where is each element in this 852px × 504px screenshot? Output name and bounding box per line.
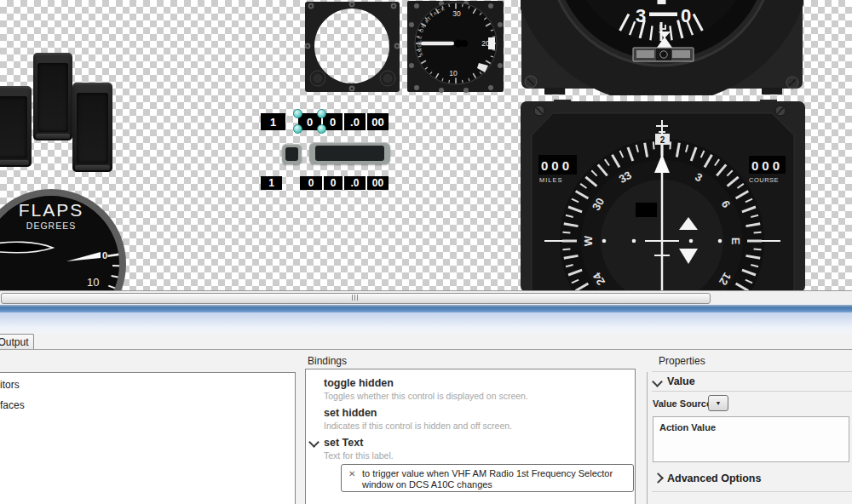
dropdown-arrow-icon: ▼: [716, 400, 722, 406]
aoa-gauge[interactable]: ANGLE OF ATTACK 30 20 10: [406, 0, 504, 94]
heading-indicator[interactable]: 3 0: [521, 0, 803, 95]
hdg-digit-3: 3: [636, 5, 646, 26]
flaps-gauge[interactable]: FLAPS DEGREES 0 10: [0, 182, 139, 290]
hdg-foot-left: [544, 88, 565, 94]
binding-item-set-hidden[interactable]: set hidden: [324, 407, 377, 419]
flaps-subtitle: DEGREES: [26, 220, 76, 231]
hsi-gauge[interactable]: 33 3 30 6 W E 24 12 000 MILES 000 COURSE…: [521, 100, 805, 291]
binding-item-desc: Toggles whether this control is displaye…: [324, 391, 528, 401]
bezel-knob-right-cap: [383, 74, 393, 83]
explorer-panel[interactable]: itors faces: [0, 372, 296, 504]
display-placeholder-large[interactable]: [309, 142, 390, 164]
switch-well: [37, 63, 68, 132]
value-source-dropdown[interactable]: ▼: [708, 395, 728, 411]
indicator-placeholder-small[interactable]: [282, 144, 302, 164]
binding-entry-text: to trigger value when VHF AM Radio 1st F…: [362, 468, 631, 490]
divider: [652, 371, 852, 372]
flaps-title: FLAPS: [19, 200, 84, 220]
selection-handle-top-right[interactable]: [317, 109, 326, 118]
digit-cell[interactable]: 0: [300, 176, 322, 190]
hdg-top-marker: [658, 0, 666, 4]
counter-top-prefix[interactable]: 1: [261, 113, 285, 130]
digit-cell[interactable]: 0: [322, 176, 343, 190]
digit-cell[interactable]: 00: [366, 113, 389, 130]
hdg-foot-right: [762, 88, 782, 94]
hdg-digit-0: 0: [681, 5, 691, 26]
switch-well: [77, 93, 108, 163]
blank-bezel-gauge[interactable]: [303, 0, 401, 94]
binding-item-desc: Text for this label.: [324, 450, 394, 461]
digit-cell[interactable]: 00: [366, 176, 389, 190]
selection-handle-bottom-left[interactable]: [293, 124, 302, 134]
design-canvas[interactable]: FLAPS DEGREES 0 10: [0, 0, 852, 291]
hsi-course-label: COURSE: [749, 176, 779, 184]
advanced-options-header[interactable]: Advanced Options: [667, 472, 761, 484]
svg-text:E: E: [729, 238, 742, 245]
flaps-tick-0: 0: [102, 250, 107, 261]
tabstrip-divider: [0, 349, 852, 350]
aoa-index-marker: [488, 37, 495, 49]
horizontal-scrollbar[interactable]: [0, 291, 852, 304]
value-section-header[interactable]: Value: [667, 375, 695, 387]
explorer-item-monitors[interactable]: itors: [0, 375, 295, 395]
divider: [652, 391, 852, 392]
switch-cap: [36, 134, 70, 139]
hsi-miles-label: MILES: [539, 176, 563, 184]
selection-handle-top-left[interactable]: [293, 109, 302, 118]
splitter-fade: [0, 312, 852, 334]
explorer-item-interfaces[interactable]: faces: [0, 395, 295, 415]
aoa-needle: [421, 42, 454, 46]
panel-separator[interactable]: [647, 372, 648, 504]
digit-cell[interactable]: .0: [343, 176, 366, 190]
chevron-down-icon[interactable]: [652, 376, 663, 387]
tab-output-label: Output: [0, 336, 29, 348]
hdg-heading-bar: [649, 13, 677, 17]
divider: [652, 491, 852, 492]
action-value-label: Action Value: [659, 422, 716, 432]
scrollbar-grip-icon: [352, 295, 360, 301]
flaps-tick-10: 10: [87, 276, 99, 289]
aoa-label-10: 10: [449, 69, 458, 77]
indicator-well: [285, 147, 298, 161]
aoa-hub2: [461, 40, 468, 47]
hsi-flag-box: [636, 203, 657, 217]
selection-handle-bottom-right[interactable]: [317, 124, 326, 134]
rocker-switch-middle[interactable]: [33, 53, 72, 140]
binding-item-desc: Indicates if this control is hidden and …: [324, 421, 512, 431]
aoa-label-30: 30: [452, 9, 461, 18]
display-well: [315, 146, 384, 161]
binding-entry[interactable]: ✕ to trigger value when VHF AM Radio 1st…: [341, 464, 634, 492]
rocker-switch-right[interactable]: [72, 83, 112, 172]
hsi-miles-value: 000: [541, 158, 573, 173]
counter-bottom-digits[interactable]: 0 0 .0 00: [300, 176, 389, 190]
chevron-right-icon[interactable]: [653, 472, 664, 484]
hdg-plate-left: [636, 50, 654, 58]
hdg-plate-right: [672, 50, 690, 58]
binding-item-set-text[interactable]: set Text: [324, 437, 363, 449]
properties-panel-title: Properties: [659, 355, 705, 367]
helios-profile-editor: FLAPS DEGREES 0 10: [0, 0, 852, 504]
counter-top-digits[interactable]: 0 0 .0 00: [298, 113, 389, 130]
rocker-switch-left[interactable]: [0, 86, 32, 167]
hsi-course-value: 000: [751, 158, 783, 173]
hsi-lubber-digit: 2: [660, 135, 665, 145]
svg-text:W: W: [582, 235, 595, 246]
digit-cell[interactable]: .0: [343, 113, 366, 130]
tab-output[interactable]: Output: [0, 334, 34, 349]
bindings-panel-title: Bindings: [308, 355, 347, 367]
counter-bottom-prefix[interactable]: 1: [261, 176, 282, 190]
remove-binding-icon[interactable]: ✕: [348, 469, 355, 478]
bezel-knob-left-cap: [314, 74, 323, 83]
hdg-plate-dot: [660, 51, 667, 58]
binding-item-toggle-hidden[interactable]: toggle hidden: [324, 377, 394, 389]
switch-cap: [0, 160, 29, 165]
action-value-box[interactable]: Action Value: [653, 416, 849, 462]
switch-well: [0, 96, 27, 158]
value-source-label: Value Source: [653, 398, 711, 409]
switch-cap: [75, 165, 110, 170]
